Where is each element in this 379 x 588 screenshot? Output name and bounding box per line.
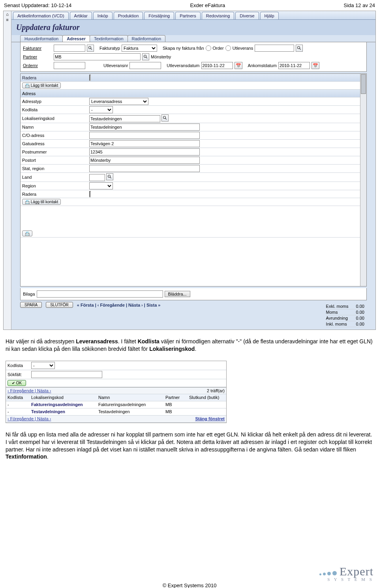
top-tab[interactable]: Diverse [235,12,259,19]
fakturatyp-select[interactable]: Faktura [122,45,157,52]
field-select[interactable]: Leveransadress [89,98,148,105]
ok-button[interactable]: ✔ OK [8,380,26,386]
spara-button[interactable]: SPARA [20,302,42,308]
top-tabbar: Artikelinformation (VCD)ArtiklarInköpPro… [11,11,375,20]
grid-row: AdresstypLeveransadress [21,97,360,106]
popup-hits: 2 träff(ar) [207,388,225,393]
skapa-input[interactable] [255,45,294,52]
magnify-icon[interactable] [161,114,169,122]
home-icon[interactable]: ⌂ [5,12,10,17]
partner-label: Partner [23,54,52,59]
field-label: Postort [22,158,89,163]
top-tab[interactable]: Inköp [93,12,113,19]
sub-tab[interactable]: Huvudinformation [20,35,63,42]
top-tab[interactable]: Redovisning [202,12,235,19]
field-input[interactable] [89,157,200,164]
app-window: ⌂ ≡ Artikelinformation (VCD)ArtiklarInkö… [3,11,376,330]
grid-row: Gatuadress [21,140,360,148]
field-input[interactable] [89,132,200,139]
totals-row: Exkl. moms0.00 [326,303,364,309]
order-label: Order [213,46,224,51]
field-input[interactable] [89,174,105,181]
top-tab[interactable]: Produktion [114,12,143,19]
svg-point-8 [108,175,111,178]
sub-tab[interactable]: Adresser [62,35,90,42]
field-label: Adresstyp [22,99,89,104]
page-header: Senast Uppdaterad: 10-12-14 Exder eFaktu… [0,0,379,9]
popup-data-row[interactable]: -FaktureringsavdelningenFaktureringsavde… [6,401,226,408]
field-select[interactable] [89,182,113,189]
scrollbar[interactable] [360,74,366,286]
popup-kodlista-label: Kodlista [8,363,31,368]
totals-box: Exkl. moms0.00Moms0.00Avrundning0.00Inkl… [326,303,364,327]
svg-point-2 [298,47,300,49]
popup-header-row: Kodlista Lokaliseringskod Namn Partner S… [6,394,226,401]
svg-point-6 [163,116,166,119]
field-label: Stat, region [22,166,89,171]
top-tab[interactable]: Artiklar [70,12,92,19]
utleveransnr-label: Utleveransnr [103,63,128,68]
field-label: Lokaliseringskod [22,116,89,121]
magnify-icon[interactable] [142,53,149,60]
field-input[interactable] [89,148,200,155]
field-input[interactable] [89,140,200,147]
ordernr-input[interactable] [54,62,85,69]
top-tab[interactable]: Partners [175,12,201,19]
close-popup-link[interactable]: Stäng fönstret [195,416,225,421]
browse-button[interactable]: Bläddra... [165,291,190,297]
svg-point-0 [89,47,91,49]
utleverans-opt-label: Utleverans [233,46,253,51]
sub-tabbar: HuvudinformationAdresserTextinformationR… [11,35,375,42]
svg-line-7 [165,118,167,120]
partner-name: Mönsterby [151,54,171,59]
svg-line-5 [146,57,147,58]
fakturanr-input[interactable] [54,45,85,52]
popup-data-row[interactable]: -TestavdelningenTestavdelningenMB [6,408,226,416]
ankomstdatum-input[interactable] [278,62,310,69]
field-select[interactable]: - [89,106,113,113]
left-rail: ⌂ ≡ [4,11,11,330]
radio-utleverans[interactable] [225,45,231,51]
rows-icon[interactable]: ≡ [5,17,10,22]
bilaga-row: Bilaga Bläddra... [20,288,367,300]
radio-order[interactable] [206,45,211,51]
popup-sokfalt-input[interactable] [31,371,102,378]
sub-tab[interactable]: Textinformation [90,35,128,42]
utleveransdatum-input[interactable] [201,62,233,69]
partner-input[interactable] [54,53,141,60]
popup-nav[interactable]: ‹ Föregående | Nästa › [8,388,207,393]
add-contact-button[interactable]: 📇 [22,230,32,236]
top-tab[interactable]: Artikelinformation (VCD) [13,12,69,19]
popup-kodlista-select[interactable]: - [31,362,55,369]
header-center: Exder eFaktura [190,2,225,8]
utleveransnr-input[interactable] [129,62,161,69]
calendar-icon[interactable]: 📅 [311,62,319,69]
sub-tab[interactable]: Radinformation [128,35,166,42]
header-right: Sida 12 av 24 [343,2,375,8]
skapa-label: Skapa ny faktura från [163,46,204,51]
magnify-icon[interactable] [106,173,113,180]
fakturanr-label: Fakturanr [23,46,52,51]
popup-nav[interactable]: ‹ Föregående | Nästa › [8,416,195,421]
magnify-icon[interactable] [87,45,94,52]
top-tab[interactable]: Försäljning [144,12,174,19]
calendar-icon[interactable]: 📅 [235,62,242,69]
field-input[interactable] [89,165,200,172]
radera-check[interactable] [89,75,91,81]
bilaga-input[interactable] [37,290,163,298]
field-input[interactable] [89,115,160,122]
add-contact-button[interactable]: 📇 Lägg till kontakt [22,82,61,88]
magnify-icon[interactable] [296,45,303,52]
body-paragraph-2: Ni får då upp en lista med alla de adres… [6,431,373,461]
body-paragraph-1: Här väljer ni då adresstypen Leveransadr… [6,338,373,353]
kodlista-popup: Kodlista - Sökfält: ✔ OK ‹ Föregående | … [6,361,227,423]
field-check[interactable] [89,191,91,197]
top-tab[interactable]: Hjälp [260,12,279,19]
utleveransdatum-label: Utleveransdatum [167,63,199,68]
field-input[interactable] [89,124,200,131]
field-label: Gatuadress [22,141,89,146]
slutfor-button[interactable]: SLUTFÖR [46,302,73,308]
record-nav[interactable]: « Första | ‹ Föregående | Nästa › | Sist… [77,303,161,307]
add-contact-button[interactable]: 📇 Lägg till kontakt [22,199,61,205]
form-area: Fakturanr Fakturatyp Faktura Skapa ny fa… [20,42,367,72]
